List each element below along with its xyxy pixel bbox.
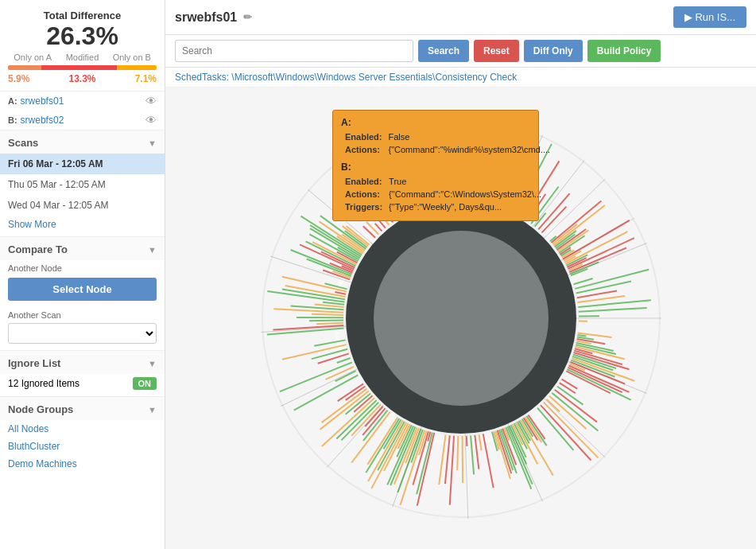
- node-b-value: srwebfs02: [21, 115, 145, 126]
- diff-only-button[interactable]: Diff Only: [524, 40, 583, 62]
- tooltip-a-actions-key: Actions:: [343, 144, 384, 155]
- search-button[interactable]: Search: [418, 40, 469, 62]
- diff-bar-only-a: [8, 65, 41, 70]
- scans-chevron-icon: ▼: [148, 138, 157, 148]
- node-groups-list: All Nodes BluthCluster Demo Machines: [0, 420, 165, 473]
- tooltip-a-enabled-val: False: [386, 131, 552, 142]
- compare-to-header[interactable]: Compare To ▼: [0, 236, 165, 260]
- node-group-bluth[interactable]: BluthCluster: [0, 438, 165, 455]
- edit-icon[interactable]: ✏: [243, 11, 252, 23]
- breadcrumb-text: SchedTasks: \Microsoft\Windows\Windows S…: [175, 72, 517, 83]
- total-diff-value: 26.3%: [8, 21, 157, 51]
- only-a-label: Only on A: [8, 53, 57, 62]
- stats-panel: Total Difference 26.3% Only on A Modifie…: [0, 0, 165, 92]
- main-header: srwebfs01 ✏ ▶ Run IS...: [165, 0, 756, 35]
- tooltip-b-enabled-key: Enabled:: [343, 176, 385, 187]
- svg-text:Inventory: Inventory: [332, 331, 345, 358]
- svg-line-548: [549, 396, 587, 429]
- scan-select[interactable]: [8, 323, 157, 344]
- only-a-value: 5.9%: [8, 73, 29, 84]
- svg-line-523: [577, 335, 586, 337]
- diff-bar-modified: [41, 65, 117, 70]
- ignore-list-header[interactable]: Ignore List ▼: [0, 350, 165, 374]
- tooltip-a-actions-val: {"Command":"%windir%\system32\cmd....: [386, 144, 552, 155]
- node-a-label: A:: [8, 96, 17, 106]
- svg-line-579: [471, 436, 474, 475]
- build-policy-button[interactable]: Build Policy: [587, 40, 661, 62]
- svg-line-515: [576, 281, 630, 293]
- node-b-label: B:: [8, 115, 17, 125]
- breadcrumb: SchedTasks: \Microsoft\Windows\Windows S…: [165, 68, 756, 88]
- svg-line-632: [316, 323, 343, 324]
- ignore-on-toggle[interactable]: ON: [133, 377, 157, 390]
- eye-icon-a[interactable]: 👁: [145, 95, 157, 107]
- tooltip-b-actions-val: {"Command":"C:\Windows\System32\...: [386, 189, 544, 200]
- sidebar: Total Difference 26.3% Only on A Modifie…: [0, 0, 165, 549]
- tooltip-b-actions-key: Actions:: [343, 189, 385, 200]
- svg-line-626: [317, 353, 348, 363]
- node-group-demo[interactable]: Demo Machines: [0, 455, 165, 473]
- ignored-items-count: 12 Ignored Items: [8, 378, 79, 389]
- modified-label: Modified: [57, 53, 107, 62]
- svg-line-577: [479, 434, 481, 450]
- scans-label: Scans: [8, 137, 38, 149]
- ignore-list-label: Ignore List: [8, 357, 60, 369]
- reset-button[interactable]: Reset: [474, 40, 519, 62]
- svg-line-513: [573, 278, 592, 284]
- node-groups-label: Node Groups: [8, 403, 73, 415]
- scans-section-header[interactable]: Scans ▼: [0, 130, 165, 154]
- svg-line-578: [475, 435, 479, 469]
- svg-line-621: [293, 375, 358, 410]
- tooltip-a-enabled-key: Enabled:: [343, 131, 384, 142]
- node-groups-chevron-icon: ▼: [148, 405, 157, 415]
- ignore-list-chevron-icon: ▼: [148, 359, 157, 368]
- run-button[interactable]: ▶ Run IS...: [673, 6, 746, 28]
- scan-item-1[interactable]: Thu 05 Mar - 12:05 AM: [0, 174, 165, 195]
- diff-bar-only-b: [117, 65, 157, 70]
- tooltip-popup: A: Enabled: False Actions: {"Command":"%…: [332, 110, 539, 221]
- another-scan-label: Another Scan: [0, 307, 165, 321]
- compare-to-label: Compare To: [8, 243, 68, 255]
- only-b-label: Only on B: [107, 53, 157, 62]
- tooltip-b-enabled-val: True: [386, 176, 544, 187]
- scan-item-0[interactable]: Fri 06 Mar - 12:05 AM: [0, 154, 165, 174]
- tooltip-section-b: B:: [341, 162, 530, 173]
- node-group-all-nodes[interactable]: All Nodes: [0, 420, 165, 438]
- svg-line-550: [543, 403, 598, 458]
- svg-line-622: [335, 371, 355, 381]
- svg-line-660: [310, 225, 361, 256]
- svg-line-544: [559, 383, 575, 393]
- svg-line-551: [540, 405, 590, 460]
- another-node-label: Another Node: [0, 260, 165, 274]
- toolbar: Search Reset Diff Only Build Policy: [165, 35, 756, 68]
- only-b-value: 7.1%: [135, 73, 157, 84]
- eye-icon-b[interactable]: 👁: [145, 114, 157, 127]
- svg-line-582: [457, 436, 458, 470]
- svg-line-635: [312, 314, 343, 315]
- svg-line-616: [345, 394, 370, 415]
- tooltip-b-triggers-val: {"Type":"Weekly", Days&qu...: [386, 201, 544, 212]
- scan-item-2[interactable]: Wed 04 Mar - 12:05 AM: [0, 195, 165, 216]
- compare-to-chevron-icon: ▼: [148, 245, 157, 255]
- select-node-button[interactable]: Select Node: [8, 278, 157, 301]
- node-b-row: B: srwebfs02 👁: [0, 111, 165, 130]
- node-a-value: srwebfs01: [21, 95, 145, 107]
- total-diff-label: Total Difference: [8, 10, 157, 21]
- svg-line-581: [462, 436, 463, 483]
- svg-line-701: [465, 434, 468, 519]
- search-input[interactable]: [175, 40, 413, 62]
- svg-line-502: [562, 220, 629, 259]
- main-panel: srwebfs01 ✏ ▶ Run IS... Search Reset Dif…: [165, 0, 756, 549]
- show-more-link[interactable]: Show More: [0, 216, 165, 236]
- svg-line-699: [544, 399, 605, 458]
- tooltip-section-a: A:: [341, 117, 530, 128]
- svg-line-633: [309, 321, 343, 321]
- svg-line-543: [561, 380, 577, 389]
- modified-value: 13.3%: [68, 73, 95, 84]
- svg-line-580: [466, 436, 467, 446]
- ignore-row: 12 Ignored Items ON: [0, 374, 165, 396]
- node-groups-header[interactable]: Node Groups ▼: [0, 396, 165, 420]
- tooltip-b-triggers-key: Triggers:: [343, 201, 385, 212]
- scans-list: Fri 06 Mar - 12:05 AM Thu 05 Mar - 12:05…: [0, 154, 165, 216]
- diff-bar: [8, 65, 157, 70]
